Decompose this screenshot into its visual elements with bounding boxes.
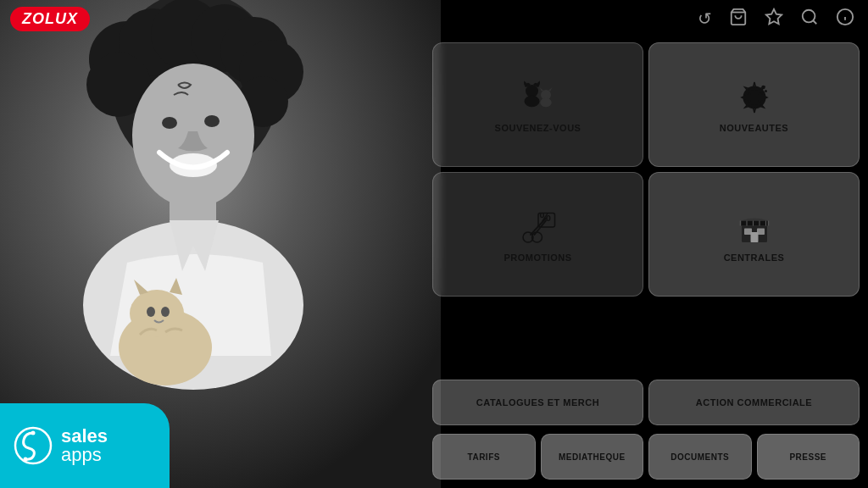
tile-promotions-label: PROMOTIONS [504, 252, 571, 263]
refresh-icon[interactable]: ↺ [698, 8, 712, 29]
svg-rect-50 [750, 232, 758, 242]
svg-point-39 [760, 91, 762, 92]
tile-catalogues-merch-label: CATALOGUES ET MERCH [476, 397, 599, 408]
top-bar: ZOLUX ↺ [0, 0, 868, 37]
svg-point-11 [162, 117, 177, 129]
tile-presse[interactable]: PRESSE [757, 434, 860, 480]
tile-mediatheque-label: MEDIATHEQUE [559, 452, 626, 462]
svg-point-32 [540, 97, 552, 107]
svg-point-12 [204, 115, 220, 127]
second-row: CATALOGUES ET MERCH ACTION COMMERCIALE [432, 380, 860, 425]
svg-text:%: % [539, 208, 550, 223]
svg-point-24 [803, 9, 815, 22]
tile-centrales-label: CENTRALES [724, 252, 785, 263]
cart-icon[interactable] [729, 8, 748, 30]
tile-mediatheque[interactable]: MEDIATHEQUE [541, 434, 644, 480]
tile-presse-label: PRESSE [789, 452, 826, 462]
tile-action-commerciale[interactable]: ACTION COMMERCIALE [648, 380, 860, 425]
svg-point-13 [170, 153, 217, 177]
tile-promotions[interactable]: % PROMOTIONS [432, 172, 643, 297]
svg-point-21 [161, 307, 170, 317]
info-icon[interactable] [836, 8, 854, 30]
svg-point-30 [524, 95, 539, 107]
tile-nouveautes[interactable]: NOUVEAUTES [648, 42, 860, 167]
svg-line-25 [813, 20, 816, 24]
svg-point-38 [765, 90, 767, 92]
brand-text: sales apps [61, 427, 108, 464]
logo-text: ZOLUX [22, 10, 78, 28]
brand-apps: apps [61, 446, 108, 464]
tile-centrales[interactable]: CENTRALES [648, 172, 860, 297]
brand-bar: sales apps [0, 403, 170, 488]
svg-point-58 [31, 431, 36, 435]
brand-sales: sales [61, 427, 108, 446]
svg-point-20 [147, 307, 155, 317]
tile-documents-label: DOCUMENTS [670, 452, 729, 462]
tile-souvenez-vous-label: SOUVENEZ-VOUS [495, 123, 581, 133]
svg-rect-46 [740, 220, 768, 225]
brand-icon [14, 426, 53, 465]
tile-catalogues-merch[interactable]: CATALOGUES ET MERCH [432, 380, 643, 425]
tile-souvenez-vous[interactable]: SOUVENEZ-VOUS [432, 42, 643, 167]
tile-nouveautes-label: NOUVEAUTES [720, 123, 788, 133]
tile-action-commerciale-label: ACTION COMMERCIALE [696, 397, 812, 408]
star-icon[interactable] [765, 8, 783, 30]
svg-point-37 [761, 85, 765, 89]
tile-tarifs-label: TARIFS [468, 452, 500, 462]
svg-marker-23 [766, 8, 782, 23]
top-icons: ↺ [698, 8, 854, 30]
logo: ZOLUX [10, 7, 90, 31]
search-icon[interactable] [800, 8, 819, 30]
svg-marker-33 [539, 87, 543, 92]
svg-marker-34 [548, 87, 553, 92]
tile-documents[interactable]: DOCUMENTS [648, 434, 752, 480]
tile-tarifs[interactable]: TARIFS [432, 434, 536, 480]
svg-point-59 [24, 458, 28, 462]
main-grid: SOUVENEZ-VOUS NOUVEAUTES [432, 42, 860, 297]
bottom-row: TARIFS MEDIATHEQUE DOCUMENTS PRESSE [432, 434, 860, 480]
